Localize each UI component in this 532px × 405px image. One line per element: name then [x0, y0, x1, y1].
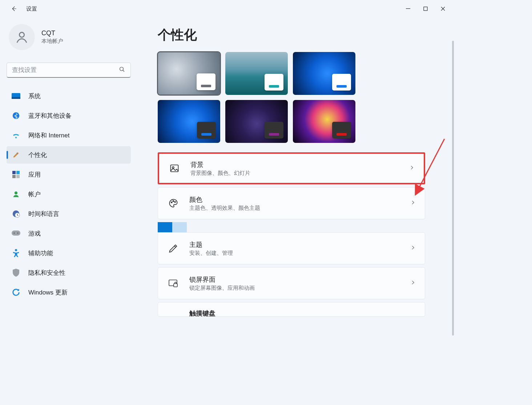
titlebar: 设置: [0, 0, 455, 17]
svg-rect-10: [16, 175, 20, 178]
svg-rect-14: [12, 230, 20, 236]
sidebar-item-time-language[interactable]: 时间和语言: [7, 205, 131, 222]
svg-point-20: [171, 202, 172, 203]
svg-point-11: [15, 192, 17, 195]
sidebar-item-label: 应用: [28, 171, 41, 179]
card-title: 背景: [190, 160, 250, 169]
settings-card-touch-keyboard[interactable]: 触摸键盘: [158, 302, 425, 317]
profile-account-type: 本地帐户: [41, 38, 63, 45]
shield-icon: [12, 268, 20, 277]
nav-list: 系统 蓝牙和其他设备 网络和 Internet 个性化 应用 帐户: [7, 87, 131, 301]
sidebar-item-accounts[interactable]: 帐户: [7, 185, 131, 203]
sidebar-item-label: 帐户: [28, 190, 41, 199]
chevron-right-icon: [410, 200, 415, 206]
maximize-button[interactable]: [417, 2, 434, 15]
card-title: 触摸键盘: [189, 309, 215, 317]
sidebar-item-personalization[interactable]: 个性化: [7, 146, 131, 164]
wifi-icon: [12, 131, 20, 140]
sidebar-item-label: 时间和语言: [28, 210, 59, 218]
scrollbar[interactable]: [452, 41, 454, 336]
card-desc: 背景图像、颜色、幻灯片: [190, 170, 250, 177]
chevron-right-icon: [410, 245, 415, 252]
settings-card-lockscreen[interactable]: 锁屏界面 锁定屏幕图像、应用和动画: [158, 267, 425, 299]
card-desc: 主题色、透明效果、颜色主题: [189, 205, 260, 212]
chevron-right-icon: [409, 165, 414, 172]
clock-globe-icon: [12, 209, 20, 218]
svg-point-22: [174, 201, 176, 202]
card-desc: 安装、创建、管理: [189, 250, 233, 257]
card-title: 锁屏界面: [189, 275, 255, 284]
brush-icon: [12, 151, 20, 159]
sidebar-item-label: Windows 更新: [28, 288, 68, 297]
svg-rect-9: [12, 175, 16, 178]
svg-point-3: [120, 67, 124, 71]
theme-tile[interactable]: [225, 52, 288, 95]
sidebar-item-label: 游戏: [28, 229, 41, 238]
theme-tile[interactable]: [158, 52, 220, 95]
page-title: 个性化: [158, 26, 442, 44]
svg-point-17: [15, 249, 17, 251]
chevron-right-icon: [410, 280, 415, 286]
back-button[interactable]: [10, 5, 17, 12]
svg-rect-7: [12, 171, 16, 174]
lockscreen-icon: [168, 277, 179, 289]
apps-icon: [12, 170, 20, 179]
theme-tile[interactable]: [158, 100, 220, 143]
back-arrow-icon: [11, 5, 17, 12]
sidebar-item-apps[interactable]: 应用: [7, 166, 131, 183]
brush-icon: [168, 242, 179, 254]
sidebar-item-label: 网络和 Internet: [28, 131, 69, 140]
account-icon: [12, 190, 20, 199]
svg-rect-18: [171, 165, 178, 172]
sidebar-item-label: 隐私和安全性: [28, 269, 65, 277]
picture-icon: [169, 163, 180, 174]
update-icon: [12, 288, 20, 297]
search-box[interactable]: [7, 63, 131, 78]
settings-card-colors[interactable]: 颜色 主题色、透明效果、颜色主题: [158, 187, 425, 219]
avatar: [9, 24, 35, 50]
svg-point-21: [173, 201, 174, 202]
minimize-icon: [406, 7, 410, 11]
sidebar-item-label: 蓝牙和其他设备: [28, 112, 72, 120]
close-icon: [441, 7, 445, 11]
settings-card-themes[interactable]: 主题 安装、创建、管理: [158, 232, 425, 264]
sidebar-item-windows-update[interactable]: Windows 更新: [7, 284, 131, 301]
profile-block[interactable]: CQT 本地帐户: [7, 22, 131, 57]
sidebar-item-network[interactable]: 网络和 Internet: [7, 127, 131, 144]
gamepad-icon: [12, 229, 20, 238]
search-icon: [119, 66, 125, 74]
sidebar-item-label: 辅助功能: [28, 249, 53, 257]
profile-name: CQT: [41, 29, 63, 37]
svg-point-16: [17, 232, 18, 233]
card-title: 主题: [189, 240, 233, 249]
display-icon: [12, 92, 20, 100]
search-input[interactable]: [12, 67, 119, 74]
minimize-button[interactable]: [399, 2, 417, 15]
sidebar-item-accessibility[interactable]: 辅助功能: [7, 244, 131, 262]
theme-preview-grid: [158, 52, 365, 143]
person-icon: [15, 30, 29, 44]
sidebar-item-bluetooth[interactable]: 蓝牙和其他设备: [7, 107, 131, 124]
censor-patch: [158, 222, 442, 232]
close-button[interactable]: [434, 2, 452, 15]
sidebar-item-label: 系统: [28, 92, 41, 100]
theme-tile[interactable]: [225, 100, 288, 143]
svg-rect-0: [406, 8, 410, 9]
window-title: 设置: [26, 5, 37, 12]
svg-rect-8: [16, 171, 20, 174]
settings-card-background[interactable]: 背景 背景图像、颜色、幻灯片: [158, 152, 425, 184]
sidebar-item-privacy[interactable]: 隐私和安全性: [7, 264, 131, 281]
svg-rect-1: [424, 7, 427, 11]
sidebar-item-gaming[interactable]: 游戏: [7, 225, 131, 242]
palette-icon: [168, 197, 179, 209]
sidebar-item-label: 个性化: [28, 151, 47, 159]
main-content: 个性化 背景 背景图像、颜色、幻灯片 颜色 主题色、透明效果、颜色主题: [134, 17, 455, 339]
sidebar-item-system[interactable]: 系统: [7, 87, 131, 105]
svg-rect-24: [174, 284, 177, 287]
theme-tile[interactable]: [293, 100, 355, 143]
theme-tile[interactable]: [293, 52, 355, 95]
card-desc: 锁定屏幕图像、应用和动画: [189, 285, 255, 292]
svg-point-2: [19, 32, 24, 37]
maximize-icon: [423, 7, 428, 11]
svg-rect-5: [12, 97, 20, 99]
